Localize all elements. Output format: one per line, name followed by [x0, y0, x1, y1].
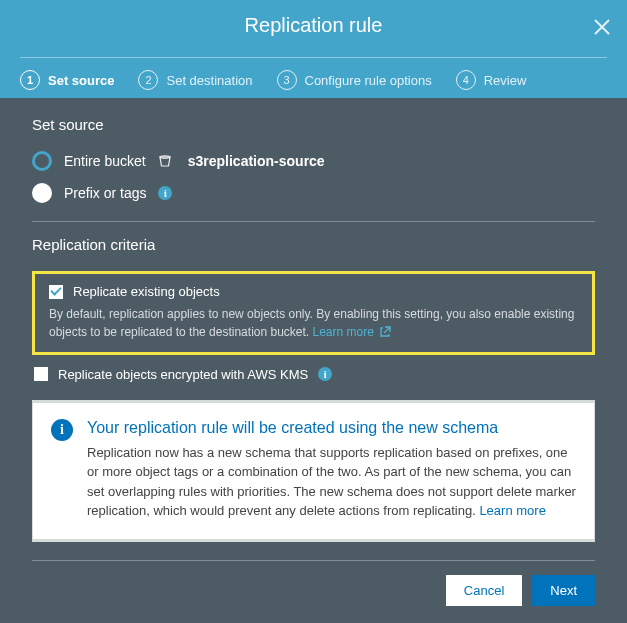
modal-header: Replication rule 1 Set source 2 Set dest…: [0, 0, 627, 98]
option-prefix-tags[interactable]: Prefix or tags i: [32, 183, 595, 203]
bucket-name: s3replication-source: [188, 153, 325, 169]
step-set-destination[interactable]: 2 Set destination: [138, 70, 252, 90]
checkbox-label: Replicate existing objects: [73, 284, 220, 299]
highlight-replicate-existing: Replicate existing objects By default, r…: [32, 271, 595, 355]
radio-unselected-icon[interactable]: [32, 183, 52, 203]
step-number: 3: [277, 70, 297, 90]
divider: [32, 221, 595, 222]
external-link-icon: [380, 324, 391, 342]
option-entire-bucket[interactable]: Entire bucket s3replication-source: [32, 151, 595, 171]
step-number: 1: [20, 70, 40, 90]
checkbox-checked-icon[interactable]: [49, 285, 63, 299]
step-set-source[interactable]: 1 Set source: [20, 70, 114, 90]
info-icon[interactable]: i: [158, 186, 172, 200]
step-number: 2: [138, 70, 158, 90]
checkbox-replicate-existing[interactable]: Replicate existing objects: [49, 284, 578, 299]
bucket-icon: [158, 154, 172, 168]
info-icon[interactable]: i: [318, 367, 332, 381]
info-panel-text: Replication now has a new schema that su…: [87, 443, 576, 521]
step-label: Review: [484, 73, 527, 88]
radio-selected-icon[interactable]: [32, 151, 52, 171]
learn-more-link[interactable]: Learn more: [479, 503, 545, 518]
checkbox-unchecked-icon[interactable]: [34, 367, 48, 381]
checkbox-replicate-kms[interactable]: Replicate objects encrypted with AWS KMS…: [34, 367, 593, 382]
step-label: Set destination: [166, 73, 252, 88]
modal-body: Set source Entire bucket s3replication-s…: [0, 98, 627, 622]
checkbox-label: Replicate objects encrypted with AWS KMS: [58, 367, 308, 382]
help-text: By default, replication applies to new o…: [49, 305, 578, 342]
close-icon[interactable]: [593, 16, 611, 40]
info-icon: i: [51, 419, 73, 441]
step-review[interactable]: 4 Review: [456, 70, 527, 90]
option-label: Entire bucket: [64, 153, 146, 169]
next-button[interactable]: Next: [532, 575, 595, 606]
step-label: Set source: [48, 73, 114, 88]
learn-more-link[interactable]: Learn more: [313, 325, 392, 339]
replication-rule-modal: Replication rule 1 Set source 2 Set dest…: [0, 0, 627, 623]
option-label: Prefix or tags: [64, 185, 146, 201]
modal-title: Replication rule: [20, 14, 607, 37]
replication-criteria-heading: Replication criteria: [32, 236, 595, 253]
step-number: 4: [456, 70, 476, 90]
set-source-heading: Set source: [32, 116, 595, 133]
step-configure-rule[interactable]: 3 Configure rule options: [277, 70, 432, 90]
step-label: Configure rule options: [305, 73, 432, 88]
schema-info-panel: i Your replication rule will be created …: [32, 400, 595, 542]
modal-footer: Cancel Next: [32, 560, 595, 606]
wizard-stepper: 1 Set source 2 Set destination 3 Configu…: [20, 57, 607, 90]
cancel-button[interactable]: Cancel: [446, 575, 522, 606]
info-panel-title: Your replication rule will be created us…: [87, 419, 576, 437]
info-panel-content: Your replication rule will be created us…: [87, 419, 576, 521]
